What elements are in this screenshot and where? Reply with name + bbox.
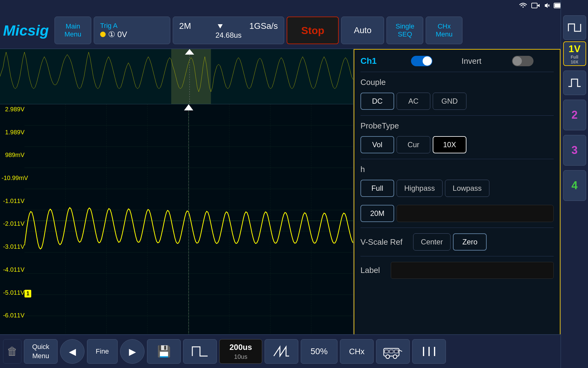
bottom-toolbar: 🗑 Quick Menu ◀ Fine ▶ 💾 200us 10us 50% C… — [0, 334, 560, 368]
bus-button[interactable] — [376, 339, 410, 364]
chx-menu-button[interactable]: CHx Menu — [426, 17, 462, 44]
v-scale-sub2: 10X — [571, 59, 579, 64]
divider-5 — [360, 256, 554, 256]
nav-left-icon: ◀ — [69, 346, 76, 357]
y-label-1: 1.989V — [2, 129, 24, 136]
pulse-icon-button[interactable] — [563, 71, 586, 95]
svg-marker-32 — [184, 104, 193, 110]
h-full-button[interactable]: Full — [360, 180, 394, 197]
trig-indicator — [100, 32, 106, 37]
time-cursor: 24.68us — [215, 31, 241, 40]
y-axis: 2.989V 1.989V 989mV -10.99mV -1.011V -2.… — [0, 104, 24, 343]
h-20m-button[interactable]: 20M — [360, 205, 394, 222]
v-scale-sub1: Full — [571, 55, 579, 59]
waveform-display: 1 — [24, 104, 353, 337]
quick-menu-button[interactable]: Quick Menu — [24, 339, 58, 364]
ramp-shape-button[interactable] — [265, 339, 298, 364]
percent-button[interactable]: 50% — [301, 339, 337, 364]
svg-rect-0 — [532, 3, 537, 8]
toolbar: Micsig Main Menu Trig A ① 0V 2M 1GSa/s 2… — [0, 12, 560, 49]
time-right: 1GSa/s — [249, 21, 278, 31]
y-label-4: -1.011V — [2, 197, 24, 205]
pulse-shape-button[interactable] — [183, 339, 217, 364]
nav-right-button[interactable]: ▶ — [120, 339, 145, 364]
probe-type-buttons: Vol Cur 10X — [360, 136, 554, 153]
auto-button[interactable]: Auto — [341, 17, 384, 44]
square-wave-icon-button[interactable] — [563, 15, 586, 40]
save-button[interactable]: 💾 — [147, 339, 181, 364]
probe-10x-button[interactable]: 10X — [433, 136, 466, 153]
vscale-center-button[interactable]: Center — [413, 233, 450, 251]
record-icon — [531, 2, 540, 10]
right-channel-panel: 1V Full 10X 2 3 4 — [560, 0, 588, 368]
divider-4 — [360, 228, 554, 228]
bars-button[interactable] — [412, 339, 446, 364]
ch1-scale-label: 1V Full 10X — [563, 41, 586, 66]
y-label-2: 989mV — [2, 151, 24, 159]
trash-icon: 🗑 — [7, 345, 18, 358]
y-label-8: -5.011V — [2, 289, 24, 296]
ch1-marker: 1 — [24, 290, 31, 297]
invert-toggle[interactable] — [512, 56, 533, 66]
couple-gnd-button[interactable]: GND — [433, 93, 466, 110]
probe-vol-button[interactable]: Vol — [360, 136, 394, 153]
ch4-button[interactable]: 4 — [563, 170, 586, 201]
time-selector-button[interactable]: 200us 10us — [219, 339, 262, 364]
vscale-row: V-Scale Ref Center Zero — [360, 233, 554, 251]
divider-2 — [360, 115, 554, 116]
h-buttons: Full Highpass Lowpass — [360, 180, 554, 197]
ch1-settings-panel: Ch1 Invert Couple DC AC GND ProbeType Vo… — [354, 49, 560, 343]
couple-ac-button[interactable]: AC — [397, 93, 430, 110]
ch1-label: Ch1 — [360, 56, 406, 66]
nav-left-button[interactable]: ◀ — [60, 339, 85, 364]
svg-rect-38 — [394, 350, 398, 353]
vscale-buttons: Center Zero — [413, 233, 487, 251]
vscale-zero-button[interactable]: Zero — [453, 233, 487, 251]
vscale-label: V-Scale Ref — [360, 237, 402, 247]
h-highpass-button[interactable]: Highpass — [397, 180, 443, 197]
save-icon: 💾 — [157, 345, 171, 358]
time-left: 2M — [179, 21, 191, 31]
label-row: Label — [360, 262, 554, 279]
ch1-toggle-thumb — [423, 56, 432, 66]
scope-display[interactable]: 2.989V 1.989V 989mV -10.99mV -1.011V -2.… — [0, 49, 354, 343]
y-label-7: -4.011V — [2, 266, 24, 273]
app-logo: Micsig — [3, 22, 52, 39]
probe-cur-button[interactable]: Cur — [397, 136, 430, 153]
svg-rect-37 — [390, 350, 393, 353]
couple-row: Couple — [360, 78, 554, 87]
couple-dc-button[interactable]: DC — [360, 93, 394, 110]
main-area: 2.989V 1.989V 989mV -10.99mV -1.011V -2.… — [0, 49, 560, 343]
status-bar: 5:28 — [0, 0, 588, 12]
time-display: 2M 1GSa/s 24.68us — [173, 17, 284, 44]
svg-point-34 — [386, 355, 390, 358]
h-lowpass-button[interactable]: Lowpass — [445, 180, 489, 197]
main-menu-button[interactable]: Main Menu — [55, 17, 91, 44]
trig-value: ① 0V — [100, 30, 164, 39]
trash-button[interactable]: 🗑 — [3, 339, 21, 364]
ch2-button[interactable]: 2 — [563, 100, 586, 130]
probe-type-label: ProbeType — [360, 121, 399, 131]
time-sub: 10us — [234, 353, 247, 361]
label-label: Label — [360, 266, 380, 275]
v-scale-value: 1V — [568, 43, 580, 55]
divider-1 — [360, 72, 554, 72]
stop-button[interactable]: Stop — [287, 17, 339, 44]
trig-display: Trig A ① 0V — [94, 17, 170, 44]
nav-right-icon: ▶ — [129, 346, 136, 357]
trig-label: Trig A — [100, 22, 164, 30]
ch1-toggle[interactable] — [411, 56, 432, 66]
svg-line-39 — [399, 350, 402, 351]
y-label-0: 2.989V — [2, 106, 24, 113]
chx-button[interactable]: CHx — [340, 339, 374, 364]
ch3-button[interactable]: 3 — [563, 135, 586, 166]
svg-marker-1 — [537, 4, 540, 7]
h-label: h — [360, 165, 365, 174]
divider-3 — [360, 159, 554, 159]
fine-button[interactable]: Fine — [87, 339, 118, 364]
time-main: 200us — [229, 342, 252, 353]
h-blank-button[interactable] — [397, 205, 554, 222]
mute-icon — [543, 2, 550, 10]
single-seq-button[interactable]: Single SEQ — [386, 17, 423, 44]
label-input[interactable] — [391, 262, 554, 279]
